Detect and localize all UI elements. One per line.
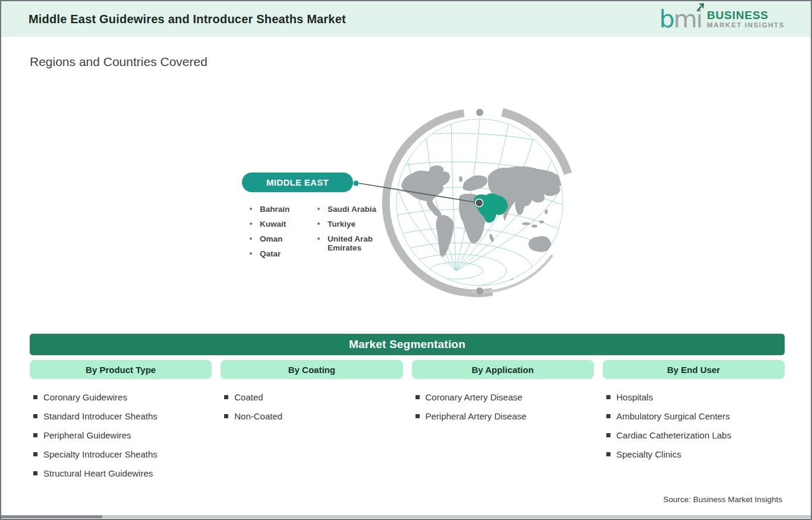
list-item: Ambulatory Surgical Centers [606, 406, 785, 425]
scrollbar-thumb[interactable] [1, 515, 102, 518]
arc-dot-top [476, 109, 483, 116]
country-column-2: Saudi Arabia Turkiye United Arab Emirate… [310, 205, 380, 264]
list-item: Peripheral Guidewires [33, 425, 212, 444]
map-marker-icon [476, 199, 483, 207]
list-item: Coronary Artery Disease [416, 387, 594, 406]
arc-dot-bottom [476, 287, 483, 295]
page-title: Middle East Guidewires and Introducer Sh… [29, 12, 346, 26]
logo-letter-m: m [673, 7, 696, 32]
column-header-coating: By Coating [221, 360, 402, 379]
product-type-list: Coronary Guidewires Standard Introducer … [30, 379, 212, 483]
list-item: Standard Introducer Sheaths [33, 406, 212, 425]
list-item: Specialty Clinics [606, 444, 785, 463]
segmentation-grid: By Product Type By Coating By Applicatio… [30, 360, 785, 483]
segmentation-title-bar: Market Segmentation [30, 334, 785, 355]
header-band: Middle East Guidewires and Introducer Sh… [1, 1, 811, 37]
brand-logo: bmi BUSINESS MARKET INSIGHTS [659, 7, 785, 32]
country-item: Oman [242, 234, 300, 243]
country-item: Qatar [242, 249, 300, 258]
country-item: Kuwait [242, 220, 300, 228]
list-item: Hospitals [606, 387, 785, 406]
arrow-up-right-icon [696, 2, 706, 12]
logo-market-insights-label: MARKET INSIGHTS [707, 21, 785, 29]
column-header-end-user: By End User [603, 360, 785, 379]
horizontal-scrollbar[interactable] [1, 515, 811, 518]
list-item: Coated [224, 387, 402, 406]
list-item: Specialty Introducer Sheaths [33, 444, 212, 463]
list-item: Cardiac Catheterization Labs [606, 425, 785, 444]
list-item: Structural Heart Guidewires [33, 463, 212, 483]
connector-dot-icon [354, 181, 359, 186]
logo-business-label: BUSINESS [707, 10, 785, 21]
country-column-1: Bahrain Kuwait Oman Qatar [242, 205, 300, 264]
logo-text: BUSINESS MARKET INSIGHTS [707, 10, 785, 29]
country-item: Bahrain [242, 205, 300, 214]
list-item: Non-Coated [224, 406, 402, 425]
coating-list: Coated Non-Coated [221, 379, 402, 483]
country-item: Turkiye [310, 220, 380, 228]
country-item: Saudi Arabia [310, 205, 380, 214]
market-segmentation-section: Market Segmentation By Product Type By C… [30, 334, 785, 483]
end-user-list: Hospitals Ambulatory Surgical Centers Ca… [603, 379, 785, 483]
region-label-pill: MIDDLE EAST [242, 173, 353, 192]
list-item: Peripheral Artery Disease [416, 406, 594, 425]
country-list: Bahrain Kuwait Oman Qatar Saudi Arabia T… [242, 205, 380, 264]
column-header-product-type: By Product Type [30, 360, 212, 379]
country-item: United Arab Emirates [310, 234, 380, 252]
application-list: Coronary Artery Disease Peripheral Arter… [412, 379, 594, 483]
list-item: Coronary Guidewires [33, 387, 212, 406]
bmi-logo-mark: bmi [659, 7, 701, 32]
section-subtitle: Regions and Countries Covered [30, 55, 207, 69]
logo-letter-b: b [659, 7, 673, 32]
infographic-page: Middle East Guidewires and Introducer Sh… [0, 0, 812, 520]
source-attribution: Source: Business Market Insights [663, 495, 782, 504]
column-header-application: By Application [412, 360, 594, 379]
